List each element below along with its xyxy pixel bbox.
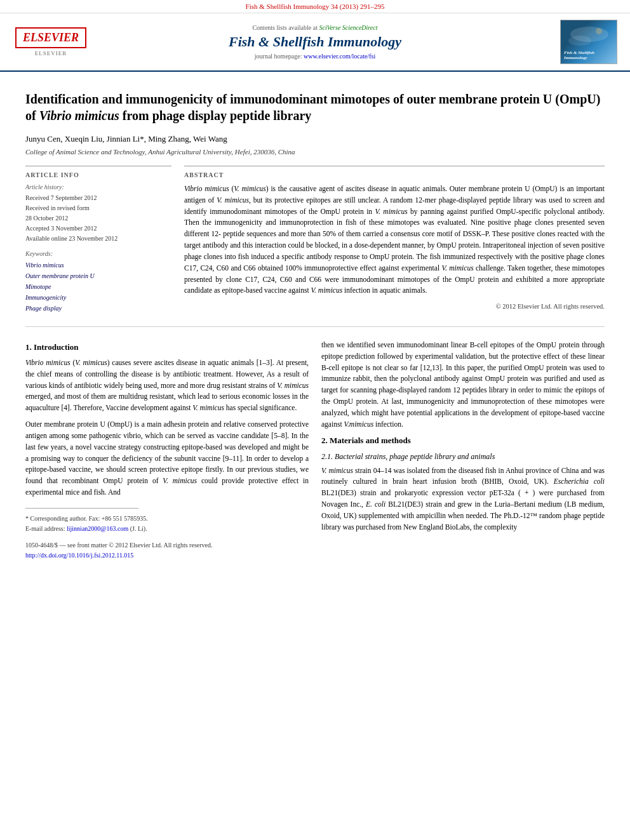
received-revised-date: Received in revised form28 October 2012 (25, 203, 171, 223)
history-dates: Received 7 September 2012 Received in re… (25, 193, 171, 244)
section1-col2-p1: then we identified seven immunodominant … (321, 340, 605, 430)
affiliation: College of Animal Science and Technology… (25, 148, 605, 156)
cover-image (561, 22, 617, 53)
abstract-italic-4: V. mimicus (375, 208, 408, 215)
footnote-email: E-mail address: lijinnian2000@163.com (J… (25, 524, 309, 534)
section1-p2: Outer membrane protein U (OmpU) is a mai… (25, 419, 309, 498)
footnote-email-link[interactable]: lijinnian2000@163.com (67, 525, 128, 532)
ecoli-italic-2: E. coli (366, 500, 385, 508)
ecoli-italic-1: Escherichia coli (554, 477, 605, 485)
svg-point-1 (568, 36, 591, 46)
footnote-email-name: (J. Li). (128, 525, 147, 532)
footnote-star: * Corresponding author. Fax: +86 551 578… (25, 515, 148, 522)
section1-col1-text: Vibrio mimicus (V. mimicus) causes sever… (25, 357, 309, 498)
issn-text: 1050-4648/$ — see front matter © 2012 El… (25, 542, 212, 549)
abstract-italic-5: V. mimicus (441, 264, 473, 272)
keywords-section: Keywords: Vibrio mimicus Outer membrane … (25, 250, 171, 314)
authors: Junyu Cen, Xueqin Liu, Jinnian Li*, Ming… (25, 134, 605, 144)
keywords-label: Keywords: (25, 250, 171, 257)
authors-text: Junyu Cen, Xueqin Liu, Jinnian Li*, Ming… (25, 134, 227, 143)
journal-citation: Fish & Shellfish Immunology 34 (2013) 29… (246, 3, 385, 10)
abstract-box: ABSTRACT Vibrio mimicus (V. mimicus) is … (184, 166, 605, 310)
journal-header: ELSEVIER ELSEVIER Contents lists availab… (0, 13, 630, 72)
vibrio-italic-2: V. mimicus (277, 382, 309, 389)
article-title-italic: Vibrio mimicus (39, 109, 119, 123)
abstract-column: ABSTRACT Vibrio mimicus (V. mimicus) is … (184, 166, 605, 314)
sciverse-text: Contents lists available at SciVerse Sci… (89, 24, 541, 31)
keyword-4[interactable]: Immunogenicity (25, 292, 171, 303)
journal-cover-thumbnail: Fish & Shellfish Immunology (560, 20, 617, 64)
svg-point-2 (596, 28, 602, 34)
vibrio-italic-1: Vibrio mimicus (25, 359, 70, 366)
copyright: © 2012 Elsevier Ltd. All rights reserved… (184, 303, 605, 310)
keyword-3[interactable]: Mimotope (25, 281, 171, 292)
main-content: Identification and immunogenicity of imm… (0, 72, 630, 573)
section1-p1: Vibrio mimicus (V. mimicus) causes sever… (25, 357, 309, 414)
vibrio-italic-3: V. mimicus (192, 404, 224, 411)
section2-p1: V. mimicus strain 04–14 was isolated fro… (321, 465, 605, 533)
journal-title: Fish & Shellfish Immunology (89, 34, 541, 50)
vibrio-abbrev-1: V. mimicus (75, 359, 107, 366)
section1-col2-text: then we identified seven immunodominant … (321, 340, 605, 430)
footnote-divider (25, 508, 138, 509)
sciverse-link[interactable]: SciVerse ScienceDirect (319, 24, 377, 31)
footnote-corresponding: * Corresponding author. Fax: +86 551 578… (25, 514, 309, 524)
vibrio-italic-6: V. mimicus (321, 467, 353, 474)
doi-link[interactable]: http://dx.doi.org/10.1016/j.fsi.2012.11.… (25, 552, 133, 559)
section1-title: 1. Introduction (25, 342, 309, 352)
homepage-link[interactable]: www.elsevier.com/locate/fsi (304, 53, 375, 60)
abstract-italic-3: V. mimicus (217, 196, 249, 204)
doi-line: http://dx.doi.org/10.1016/j.fsi.2012.11.… (25, 550, 309, 561)
section-divider (25, 326, 605, 327)
section2-1-title: 2.1. Bacterial strains, phage peptide li… (321, 452, 605, 462)
article-info-title: ARTICLE INFO (25, 171, 171, 178)
article-info-abstract-section: ARTICLE INFO Article history: Received 7… (25, 166, 605, 314)
received-date: Received 7 September 2012 (25, 193, 171, 203)
vibrio-italic-4: V. mimicus (163, 477, 197, 484)
section2-title: 2. Materials and methods (321, 436, 605, 446)
keyword-5[interactable]: Phage display (25, 303, 171, 314)
abstract-text: Vibrio mimicus (V. mimicus) is the causa… (184, 183, 605, 297)
body-col-right: then we identified seven immunodominant … (321, 340, 605, 561)
keyword-2[interactable]: Outer membrane protein U (25, 270, 171, 281)
abstract-italic-6: V. mimicus (311, 286, 343, 294)
journal-thumbnail-area: Fish & Shellfish Immunology (541, 20, 617, 64)
section2-1-text: V. mimicus strain 04–14 was isolated fro… (321, 465, 605, 533)
body-col-left: 1. Introduction Vibrio mimicus (V. mimic… (25, 340, 309, 561)
keyword-1[interactable]: Vibrio mimicus (25, 260, 171, 270)
journal-citation-bar: Fish & Shellfish Immunology 34 (2013) 29… (0, 0, 630, 13)
article-title: Identification and immunogenicity of imm… (25, 91, 605, 124)
abstract-italic-1: Vibrio mimicus (184, 185, 229, 192)
body-content: 1. Introduction Vibrio mimicus (V. mimic… (25, 340, 605, 561)
issn-line: 1050-4648/$ — see front matter © 2012 El… (25, 540, 309, 550)
article-info-column: ARTICLE INFO Article history: Received 7… (25, 166, 171, 314)
elsevier-label: ELSEVIER (35, 50, 67, 57)
elsevier-logo: ELSEVIER (23, 31, 79, 44)
available-online-date: Available online 23 November 2012 (25, 234, 171, 244)
article-info-box: ARTICLE INFO Article history: Received 7… (25, 166, 171, 314)
abstract-title: ABSTRACT (184, 171, 605, 178)
journal-header-center: Contents lists available at SciVerse Sci… (89, 24, 541, 60)
vibrio-italic-5: V.mimicus (344, 420, 373, 428)
elsevier-branding: ELSEVIER ELSEVIER (13, 27, 89, 57)
abstract-italic-2: V. mimicus (234, 185, 266, 192)
history-label: Article history: (25, 183, 171, 190)
accepted-date: Accepted 3 November 2012 (25, 223, 171, 234)
footnote-email-label: E-mail address: (25, 525, 67, 532)
journal-homepage: journal homepage: www.elsevier.com/locat… (89, 53, 541, 60)
